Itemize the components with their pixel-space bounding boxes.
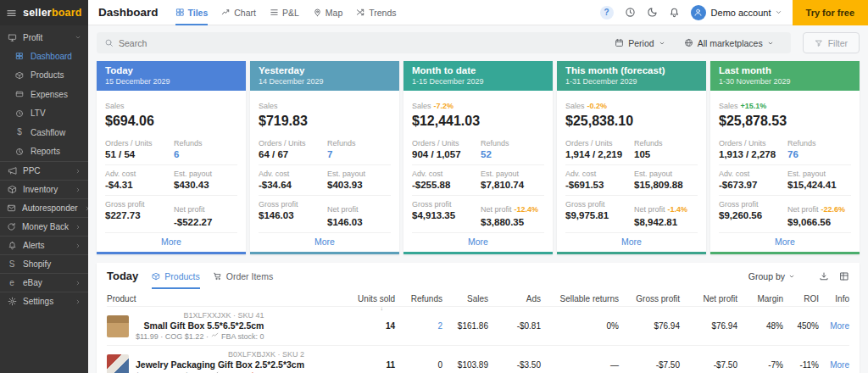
tab-trends[interactable]: Trends (356, 0, 396, 25)
est-payout-value: $403.93 (327, 180, 391, 190)
pnl-icon (270, 8, 279, 17)
tile-header: Last month 1-30 November 2029 (710, 61, 860, 91)
search-box (104, 38, 605, 48)
tile-more-link[interactable]: More (565, 232, 698, 252)
tab-pnl[interactable]: P&L (270, 0, 299, 25)
sidebar-item-inventory[interactable]: Inventory (0, 180, 88, 198)
sidebar-item-products[interactable]: Products (0, 66, 88, 86)
group-by-dropdown[interactable]: Group by (748, 271, 795, 281)
refunds-value[interactable]: 76 (787, 149, 851, 159)
tab-order-items[interactable]: Order Items (213, 263, 273, 289)
more-link[interactable]: More (819, 360, 849, 370)
sidebar-item-cashflow[interactable]: $ Cashflow (0, 123, 88, 142)
filter-band: Period All marketplaces (97, 32, 791, 53)
tile-more-link[interactable]: More (105, 232, 237, 252)
refunds-value[interactable]: 7 (327, 149, 391, 159)
refunds-value: 0 (395, 360, 442, 370)
sales-value: $103.89 (442, 360, 488, 370)
col-refunds[interactable]: Refunds (395, 294, 442, 303)
tile-more-link[interactable]: More (412, 232, 544, 252)
sidebar-item-ppc[interactable]: PPC (0, 161, 88, 180)
col-gross-profit[interactable]: Gross profit (619, 294, 680, 303)
help-icon[interactable]: ? (600, 6, 614, 19)
col-margin[interactable]: Margin (737, 294, 783, 303)
sidebar-item-shopify[interactable]: S Shopify (0, 254, 88, 273)
col-units-sold[interactable]: Units sold↓ (348, 294, 395, 303)
col-sales[interactable]: Sales (442, 294, 488, 303)
sidebar-item-money-back[interactable]: Money Back (0, 217, 88, 236)
sidebar-item-alerts[interactable]: Alerts (0, 236, 88, 254)
page-title: Dashboard (98, 6, 159, 19)
sellerboard-logo[interactable]: sellerboard (23, 7, 82, 19)
refunds-value[interactable]: 6 (174, 149, 237, 159)
tile-more-link[interactable]: More (719, 232, 851, 252)
table-view-icon[interactable] (839, 271, 849, 281)
user-icon (693, 8, 703, 17)
tab-chart[interactable]: Chart (221, 0, 256, 25)
adv-cost-value: -$673.97 (719, 180, 787, 190)
tile-header: Today 15 December 2029 (97, 61, 246, 91)
sparkline-icon[interactable] (211, 331, 219, 341)
map-pin-icon (313, 8, 322, 17)
sidebar-item-ebay[interactable]: e eBay (0, 273, 88, 292)
sidebar-item-autoresponder[interactable]: Autoresponder (0, 198, 88, 217)
sort-icon: ↓ (381, 305, 384, 311)
tile-last-month: Last month 1-30 November 2029 Sales+15.1… (710, 61, 860, 254)
marketplaces-dropdown[interactable]: All marketplaces (675, 38, 783, 48)
adv-cost-value: -$4.31 (105, 180, 174, 190)
tile-more-link[interactable]: More (259, 232, 391, 252)
period-dropdown[interactable]: Period (605, 38, 674, 48)
dark-mode-icon[interactable] (647, 7, 658, 18)
products-card: Today Products Order Items Group by Prod… (97, 263, 860, 373)
top-bar: Dashboard Tiles Chart P&L Map Trends ? D… (88, 0, 868, 25)
product-thumbnail (107, 315, 129, 337)
col-roi[interactable]: ROI (783, 294, 819, 303)
history-icon[interactable] (625, 7, 636, 18)
account-menu[interactable]: Demo account (711, 8, 782, 18)
margin-value: -7% (737, 360, 783, 370)
section-title: Today (107, 270, 138, 282)
sidebar-item-dashboard[interactable]: Dashboard (0, 47, 88, 66)
main-content: Period All marketplaces Filter Today 15 (88, 25, 868, 373)
shopify-icon: S (7, 260, 17, 269)
tab-products[interactable]: Products (152, 263, 199, 289)
card-icon (14, 90, 25, 98)
stock-label: FBA stock: 0 (221, 332, 264, 341)
avatar[interactable] (691, 5, 706, 20)
adv-cost-value: -$255.88 (412, 180, 481, 190)
adv-cost-value: -$691.53 (565, 180, 634, 190)
box-icon (152, 272, 160, 281)
sidebar-item-reports[interactable]: Reports (0, 142, 88, 162)
try-for-free-button[interactable]: Try for free (793, 0, 868, 25)
tab-tiles[interactable]: Tiles (175, 0, 209, 25)
col-info[interactable]: Info (819, 294, 849, 303)
notifications-icon[interactable] (669, 7, 680, 18)
globe-icon (684, 38, 693, 47)
refunds-value[interactable]: 2 (395, 321, 442, 331)
net-profit-value: $146.03 (327, 217, 391, 227)
gross-profit-value: $146.03 (259, 210, 327, 220)
box-icon (14, 71, 25, 80)
orders-units-value: 64 / 67 (259, 149, 327, 159)
table-header: Product Units sold↓ Refunds Sales Ads Se… (107, 289, 849, 306)
sidebar-item-expenses[interactable]: Expenses (0, 85, 88, 104)
hamburger-menu-icon[interactable] (6, 8, 17, 19)
ads-value: -$0.81 (488, 321, 541, 331)
refunds-value[interactable]: 52 (481, 149, 544, 159)
gross-profit-value: $9,260.56 (719, 210, 787, 220)
sidebar-item-profit[interactable]: Profit (0, 28, 88, 47)
col-sellable-returns[interactable]: Sellable returns (541, 294, 619, 303)
product-title[interactable]: Small Gift Box 5.5*6.5*2.5cm (136, 320, 264, 331)
col-ads[interactable]: Ads (488, 294, 541, 303)
tab-map[interactable]: Map (313, 0, 342, 25)
col-net-profit[interactable]: Net profit (680, 294, 737, 303)
filter-button[interactable]: Filter (803, 32, 860, 53)
col-product[interactable]: Product (107, 294, 348, 303)
product-title[interactable]: Jewelry Packaging Gift Box 2.5*2.5*3cm (136, 359, 304, 370)
sidebar-item-ltv[interactable]: LTV (0, 104, 88, 124)
margin-value: 48% (737, 321, 783, 331)
search-input[interactable] (119, 38, 605, 48)
download-icon[interactable] (819, 271, 829, 281)
sidebar-item-settings[interactable]: Settings (0, 292, 88, 310)
more-link[interactable]: More (819, 321, 849, 331)
